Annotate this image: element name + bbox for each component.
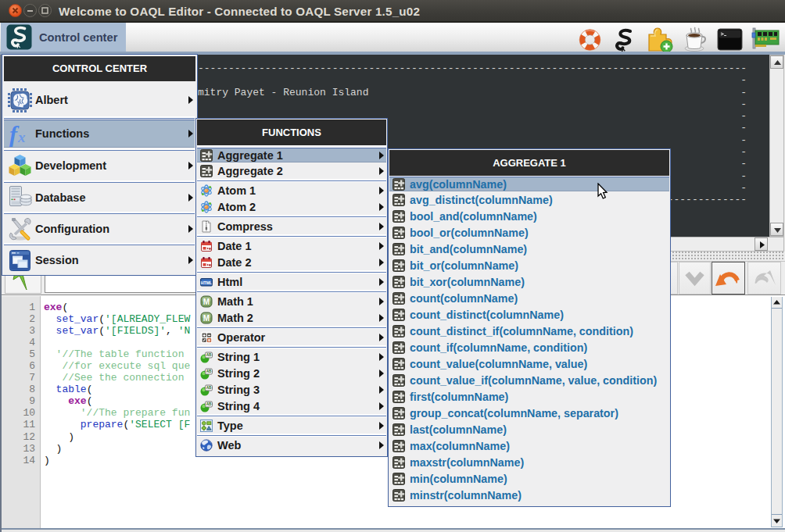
svg-text:AB: AB — [206, 386, 212, 390]
svg-text:AB: AB — [206, 353, 212, 357]
svg-text:HTML: HTML — [201, 280, 213, 284]
svg-text:AB: AB — [206, 370, 212, 373]
svg-text:AB: AB — [206, 402, 212, 406]
svg-text:x: x — [17, 129, 26, 145]
svg-text:M: M — [203, 314, 210, 323]
svg-text:M: M — [203, 298, 210, 306]
